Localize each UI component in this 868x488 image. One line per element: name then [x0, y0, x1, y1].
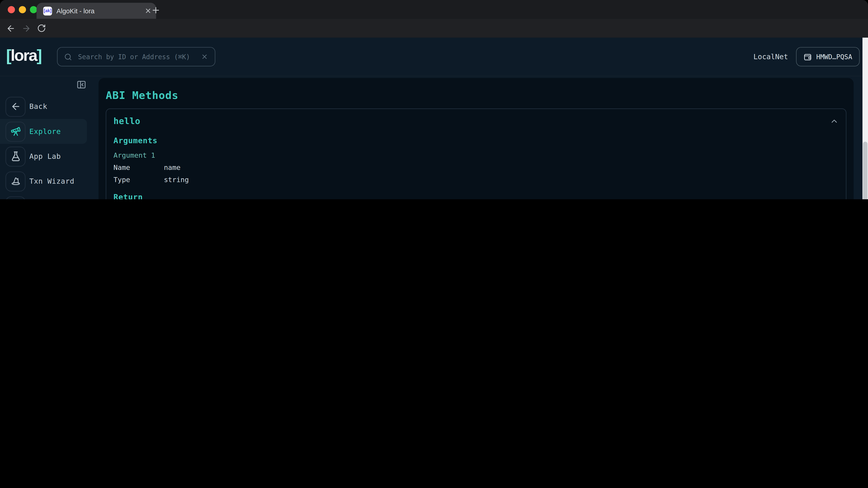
- abi-methods-title: ABI Methods: [106, 89, 846, 102]
- return-heading: Return: [114, 193, 839, 199]
- sidebar: Back Explore App Lab: [0, 76, 90, 199]
- favicon: [ak]: [43, 6, 52, 15]
- sidebar-item-txn-wizard[interactable]: Txn Wizard: [0, 169, 87, 194]
- browser-tab-strip: [ak] AlgoKit - lora: [0, 0, 868, 19]
- reload-icon[interactable]: [37, 24, 46, 33]
- tab-close-icon[interactable]: [145, 7, 152, 14]
- traffic-light-zoom[interactable]: [30, 6, 37, 13]
- app-header: [lora] LocalNet HMWD…PQSA: [0, 38, 868, 76]
- new-tab-icon[interactable]: [151, 5, 161, 15]
- app: [lora] LocalNet HMWD…PQSA: [0, 38, 868, 199]
- arguments-heading: Arguments: [114, 136, 839, 145]
- screen: [ak] AlgoKit - lora lora.algokit.io/loca…: [0, 0, 868, 199]
- wizard-hat-icon: [5, 171, 25, 191]
- argument-1-label: Argument 1: [114, 151, 839, 160]
- method-card-hello: hello Arguments Argument 1 Namename Type…: [106, 108, 846, 199]
- search-clear-icon[interactable]: [201, 53, 208, 60]
- traffic-light-close[interactable]: [8, 6, 15, 13]
- tab-title: AlgoKit - lora: [57, 7, 140, 15]
- argument-name-row: Namename: [114, 163, 839, 172]
- back-icon[interactable]: [6, 24, 16, 33]
- search-input[interactable]: [77, 52, 196, 61]
- lora-logo[interactable]: [lora]: [6, 46, 41, 65]
- sidebar-item-explore[interactable]: Explore: [0, 119, 87, 144]
- scrollbar-thumb[interactable]: [863, 142, 868, 199]
- browser-tab[interactable]: [ak] AlgoKit - lora: [37, 3, 156, 19]
- sidebar-item-app-lab[interactable]: App Lab: [0, 144, 87, 169]
- method-name: hello: [114, 116, 141, 126]
- wallet-button[interactable]: HMWD…PQSA: [796, 47, 860, 66]
- search-icon: [64, 53, 72, 61]
- browser-toolbar: lora.algokit.io/localnet/application/104…: [0, 19, 868, 37]
- wallet-address: HMWD…PQSA: [816, 53, 852, 61]
- sidebar-item-fund[interactable]: Fund: [0, 194, 87, 199]
- sidebar-item-back[interactable]: Back: [0, 94, 87, 119]
- sidebar-collapse-icon[interactable]: [76, 80, 86, 90]
- wallet-icon: [804, 52, 812, 61]
- chevron-up-icon[interactable]: [830, 117, 839, 125]
- coins-icon: [5, 196, 25, 199]
- sidebar-nav: Back Explore App Lab: [0, 94, 87, 199]
- scrollbar-track: [863, 38, 868, 199]
- flask-icon: [5, 147, 25, 166]
- abi-methods-panel: ABI Methods hello Arguments Argument 1 N…: [98, 78, 854, 199]
- arrow-left-icon: [5, 96, 25, 116]
- network-label[interactable]: LocalNet: [753, 53, 788, 61]
- argument-type-row: Typestring: [114, 175, 839, 184]
- search-box[interactable]: [57, 47, 215, 66]
- browser-window: [ak] AlgoKit - lora lora.algokit.io/loca…: [0, 0, 868, 199]
- telescope-icon: [5, 122, 25, 141]
- traffic-light-minimize[interactable]: [19, 6, 26, 13]
- forward-icon[interactable]: [22, 24, 31, 33]
